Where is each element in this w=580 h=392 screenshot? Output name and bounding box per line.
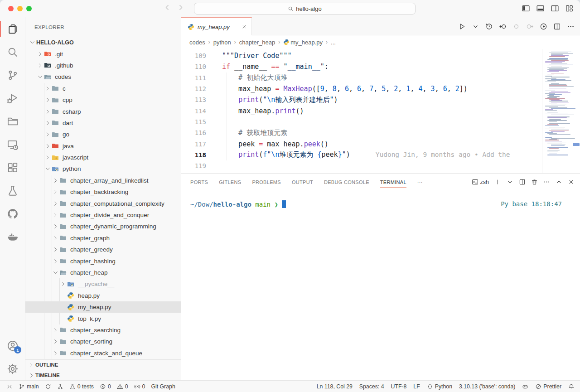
back-button[interactable]	[163, 4, 171, 11]
panel-tab-problems[interactable]: PROBLEMS	[252, 174, 281, 190]
close-panel-button[interactable]	[568, 179, 575, 185]
git-graph-button[interactable]: Git Graph	[151, 383, 175, 390]
close-window-button[interactable]	[8, 6, 14, 11]
tree-item-go[interactable]: go	[25, 129, 181, 140]
breadcrumb-item[interactable]: codes	[189, 39, 205, 46]
problems-errors[interactable]: 0	[100, 383, 111, 390]
remote-indicator[interactable]	[6, 383, 13, 390]
sync-changes-button[interactable]	[45, 383, 51, 390]
tree-item-chapter_computational_complexity[interactable]: chapter_computational_complexity	[25, 198, 181, 209]
language-mode[interactable]: Python	[427, 383, 452, 390]
tree-item-HELLO-ALGO[interactable]: HELLO-ALGO	[25, 37, 181, 48]
panel-tab-terminal[interactable]: TERMINAL	[380, 174, 406, 190]
tree-item-python[interactable]: python	[25, 163, 181, 174]
activity-source-control[interactable]	[0, 63, 25, 87]
tree-item-.git[interactable]: .git	[25, 48, 181, 59]
cursor-position[interactable]: Ln 118, Col 29	[317, 383, 353, 390]
additional-views-button[interactable]: ···	[417, 174, 423, 190]
panel-more-button[interactable]	[543, 179, 550, 185]
activity-docker[interactable]	[0, 225, 25, 248]
git-branch[interactable]: main	[19, 383, 39, 390]
breadcrumb-item[interactable]: my_heap.py	[283, 39, 323, 46]
next-change-button[interactable]	[526, 23, 534, 30]
run-python-file-button[interactable]	[458, 23, 466, 30]
encoding[interactable]: UTF-8	[391, 383, 407, 390]
shell-selector[interactable]: zsh	[472, 179, 489, 185]
activity-settings[interactable]	[0, 357, 25, 380]
tree-item-chapter_hashing[interactable]: chapter_hashing	[25, 255, 181, 266]
activity-extensions[interactable]	[0, 156, 25, 179]
previous-change-button[interactable]	[512, 23, 520, 30]
activity-run-and-debug[interactable]	[0, 87, 25, 110]
zoom-window-button[interactable]	[26, 6, 32, 11]
split-terminal-button[interactable]	[519, 179, 526, 185]
command-center-search[interactable]: hello-algo	[194, 3, 416, 15]
split-editor-button[interactable]	[553, 23, 561, 30]
toggle-primary-sidebar-button[interactable]	[522, 4, 530, 13]
tree-item-c[interactable]: c	[25, 83, 181, 94]
problems-warnings[interactable]: 0	[117, 383, 128, 390]
minimize-window-button[interactable]	[17, 6, 23, 11]
eol-selector[interactable]: LF	[413, 383, 420, 390]
tree-item-javascript[interactable]: javascript	[25, 152, 181, 163]
breadcrumb-item[interactable]: python	[213, 39, 231, 46]
tests-status[interactable]: 0 tests	[69, 383, 94, 390]
tree-item-chapter_array_and_linkedlist[interactable]: chapter_array_and_linkedlist	[25, 175, 181, 186]
tree-item-chapter_sorting[interactable]: chapter_sorting	[25, 336, 181, 347]
kill-terminal-button[interactable]	[531, 179, 538, 185]
tree-item-heap.py[interactable]: heap.py	[25, 290, 181, 301]
forward-button[interactable]	[177, 4, 185, 11]
section-outline[interactable]: OUTLINE	[25, 359, 181, 370]
tree-item-top_k.py[interactable]: top_k.py	[25, 313, 181, 324]
customize-layout-button[interactable]	[565, 4, 574, 13]
tree-item-codes[interactable]: codes	[25, 71, 181, 82]
terminal[interactable]: ~/Dow/hello-algo main ❯ Py base 18:18:47	[181, 190, 580, 380]
indentation[interactable]: Spaces: 4	[359, 383, 384, 390]
terminal-dropdown-button[interactable]	[507, 179, 513, 185]
tree-item-java[interactable]: java	[25, 140, 181, 152]
panel-tab-ports[interactable]: PORTS	[190, 174, 208, 190]
tree-item-chapter_greedy[interactable]: chapter_greedy	[25, 244, 181, 255]
activity-github[interactable]	[0, 202, 25, 225]
copilot-status[interactable]	[522, 383, 528, 390]
tree-item-chapter_stack_and_queue[interactable]: chapter_stack_and_queue	[25, 348, 181, 359]
panel-tab-gitlens[interactable]: GITLENS	[219, 174, 241, 190]
tree-item-cpp[interactable]: cpp	[25, 94, 181, 106]
tree-item-chapter_dynamic_programming[interactable]: chapter_dynamic_programming	[25, 221, 181, 232]
activity-testing[interactable]	[0, 179, 25, 202]
notifications-bell[interactable]	[568, 383, 575, 390]
tree-item-chapter_heap[interactable]: chapter_heap	[25, 267, 181, 278]
breadcrumb-item[interactable]: ...	[331, 39, 336, 46]
ports-status[interactable]: 0	[134, 383, 145, 390]
activity-remote-explorer[interactable]	[0, 133, 25, 156]
tree-item-dart[interactable]: dart	[25, 117, 181, 129]
code-editor[interactable]: 109"""Driver Code"""110if __name__ == "_…	[181, 49, 580, 173]
tree-item-chapter_backtracking[interactable]: chapter_backtracking	[25, 186, 181, 198]
run-dropdown-button[interactable]	[472, 23, 479, 30]
tab-my-heap[interactable]: my_heap.py	[181, 17, 252, 35]
tree-item-__pycache__[interactable]: __pycache__	[25, 278, 181, 290]
breadcrumb-item[interactable]: chapter_heap	[239, 39, 276, 46]
tree-item-chapter_divide_and_conquer[interactable]: chapter_divide_and_conquer	[25, 209, 181, 221]
section-timeline[interactable]: TIMELINE	[25, 370, 181, 380]
maximize-panel-button[interactable]	[556, 179, 562, 185]
new-terminal-button[interactable]	[494, 179, 501, 185]
activity-project-manager[interactable]	[0, 110, 25, 133]
activity-accounts[interactable]: 1	[0, 334, 25, 357]
minimap[interactable]	[542, 49, 572, 173]
tree-item-chapter_searching[interactable]: chapter_searching	[25, 324, 181, 336]
git-graph-branch-button[interactable]	[57, 383, 63, 390]
panel-tab-debug-console[interactable]: DEBUG CONSOLE	[324, 174, 369, 190]
tree-item-csharp[interactable]: csharp	[25, 106, 181, 117]
timeline-button[interactable]	[485, 23, 493, 30]
toggle-panel-button[interactable]	[536, 4, 545, 13]
panel-tab-output[interactable]: OUTPUT	[292, 174, 313, 190]
more-actions-button[interactable]	[567, 23, 575, 30]
toggle-secondary-sidebar-button[interactable]	[551, 4, 559, 13]
activity-explorer[interactable]	[0, 17, 25, 40]
tree-item-my_heap.py[interactable]: my_heap.py	[25, 301, 181, 313]
tree-item-.github[interactable]: .github	[25, 60, 181, 71]
close-tab-icon[interactable]	[242, 24, 247, 29]
activity-search[interactable]	[0, 40, 25, 63]
run-or-debug-button[interactable]	[540, 23, 547, 30]
